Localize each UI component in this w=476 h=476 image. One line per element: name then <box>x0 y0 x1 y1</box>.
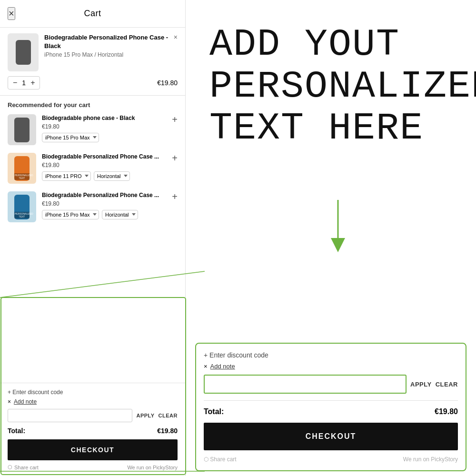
cart-item-details: Biodegradable Personalized Phone Case - … <box>44 33 178 58</box>
cart-total-value: €19.80 <box>157 427 178 435</box>
add-note-button[interactable]: Add note <box>14 398 37 405</box>
h-share-cart-label: Share cart <box>210 456 236 463</box>
quantity-value: 1 <box>22 79 26 87</box>
h-discount-clear-button[interactable]: CLEAR <box>436 381 458 388</box>
share-cart-label: Share cart <box>14 465 39 470</box>
cart-item-qty-row: − 1 + €19.80 <box>8 76 178 89</box>
cart-item-thumbnail <box>16 40 31 65</box>
quantity-control: − 1 + <box>8 76 40 89</box>
cart-item-price: €19.80 <box>157 79 178 87</box>
cart-item-name: Biodegradable Personalized Phone Case - … <box>44 33 178 50</box>
rec-item-thumbnail-3: PERSONALIZED TEXT <box>14 195 30 219</box>
cart-header: × Cart <box>0 0 185 28</box>
rec-item-image-1 <box>8 114 36 145</box>
h-discount-code-row: + Enter discount code <box>204 351 458 359</box>
rec-item-price-1: €19.80 <box>42 123 178 130</box>
recommendations-section: Recommended for your cart Biodegradable … <box>0 96 185 383</box>
cart-item-image <box>8 33 39 71</box>
rec-item-3: PERSONALIZED TEXT Biodegradable Personal… <box>8 191 178 222</box>
discount-code-input[interactable] <box>8 409 132 422</box>
rec-item-model-select-2[interactable]: iPhone 11 PRO <box>42 171 91 181</box>
rec-item-2: PERSONALIZED TEXT Biodegradable Personal… <box>8 153 178 184</box>
rec-item-thumbnail-2: PERSONALIZED TEXT <box>14 156 30 181</box>
annotation-text: ADD YOUTPERSONALIZEDTEXT HERE <box>209 24 466 149</box>
cart-total-label: Total: <box>8 427 25 435</box>
share-row: ⬡ Share cart We run on PickyStory <box>8 464 178 470</box>
personalized-label-2: PERSONALIZED TEXT <box>14 173 30 180</box>
personalized-label-3: PERSONALIZED TEXT <box>14 212 30 218</box>
h-add-note-button[interactable]: Add note <box>210 363 235 370</box>
add-note-icon: × <box>8 398 11 405</box>
discount-code-row: + Enter discount code <box>8 389 178 396</box>
cart-total-row: Total: €19.80 <box>8 427 178 435</box>
h-total-value: €19.80 <box>435 407 458 416</box>
h-divider <box>204 400 458 401</box>
powered-by-label: We run on PickyStory <box>127 465 178 470</box>
rec-item-model-select-3[interactable]: iPhone 15 Pro Max <box>42 210 99 219</box>
rec-item-add-button-2[interactable]: + <box>172 153 178 164</box>
right-panel: ADD YOUTPERSONALIZEDTEXT HERE + Enter di… <box>186 0 476 476</box>
h-discount-code-label: + Enter discount code <box>204 351 268 359</box>
recommendations-title: Recommended for your cart <box>8 101 178 109</box>
h-discount-input-row: APPLY CLEAR <box>204 375 458 394</box>
cart-title: Cart <box>84 9 101 19</box>
rec-item-orientation-select-3[interactable]: Horizontal <box>102 210 138 219</box>
discount-apply-button[interactable]: APPLY <box>136 413 154 418</box>
cart-item-remove-button[interactable]: × <box>174 33 178 41</box>
rec-item-orientation-select-2[interactable]: Horizontal <box>94 171 130 181</box>
discount-code-label: + Enter discount code <box>8 389 63 396</box>
discount-clear-button[interactable]: CLEAR <box>159 413 178 418</box>
rec-item-name-3: Biodegradable Personalized Phone Case ..… <box>42 191 178 199</box>
cart-footer: + Enter discount code × Add note APPLY C… <box>0 383 185 476</box>
cart-close-button[interactable]: × <box>8 7 15 20</box>
highlighted-checkout-section: + Enter discount code × Add note APPLY C… <box>195 343 466 471</box>
annotation-arrow <box>319 200 357 257</box>
rec-item: Biodegradable phone case - Black €19.80 … <box>8 114 178 145</box>
rec-item-thumbnail-1 <box>14 118 30 142</box>
rec-item-model-select-1[interactable]: iPhone 15 Pro Max <box>42 133 99 142</box>
cart-items-section: Biodegradable Personalized Phone Case - … <box>0 28 185 96</box>
cart-item-variant: iPhone 15 Pro Max / Horizontal <box>44 51 178 58</box>
rec-item-image-2: PERSONALIZED TEXT <box>8 153 36 184</box>
rec-item-image-3: PERSONALIZED TEXT <box>8 191 36 222</box>
h-checkout-button[interactable]: CHECKOUT <box>204 423 458 450</box>
h-total-label: Total: <box>204 407 224 416</box>
h-discount-apply-button[interactable]: APPLY <box>410 381 432 388</box>
discount-input-row: APPLY CLEAR <box>8 409 178 422</box>
cart-panel: × Cart Biodegradable Personalized Phone … <box>0 0 186 476</box>
cart-item: Biodegradable Personalized Phone Case - … <box>8 33 178 71</box>
h-powered-by-label: We run on PickyStory <box>403 456 458 463</box>
add-note-row: × Add note <box>8 398 178 405</box>
rec-item-info-3: Biodegradable Personalized Phone Case ..… <box>42 191 178 219</box>
rec-item-add-button-3[interactable]: + <box>172 191 178 202</box>
h-add-note-row: × Add note <box>204 363 458 370</box>
quantity-decrease-button[interactable]: − <box>13 79 17 87</box>
rec-item-info-1: Biodegradable phone case - Black €19.80 … <box>42 114 178 142</box>
share-cart-button[interactable]: ⬡ Share cart <box>8 464 39 470</box>
h-discount-code-input[interactable] <box>204 375 407 394</box>
rec-item-price-3: €19.80 <box>42 200 178 207</box>
h-share-row: ⬡ Share cart We run on PickyStory <box>204 456 458 463</box>
rec-item-name-2: Biodegradable Personalized Phone Case ..… <box>42 153 178 161</box>
h-note-icon: × <box>204 363 208 370</box>
rec-item-selects-2: iPhone 11 PRO Horizontal <box>42 171 178 181</box>
rec-item-name-1: Biodegradable phone case - Black <box>42 114 178 122</box>
rec-item-add-button-1[interactable]: + <box>172 114 178 125</box>
h-share-cart-button[interactable]: ⬡ Share cart <box>204 456 237 463</box>
svg-marker-1 <box>331 238 345 252</box>
share-icon: ⬡ <box>8 464 12 470</box>
rec-item-price-2: €19.80 <box>42 162 178 169</box>
rec-item-selects-3: iPhone 15 Pro Max Horizontal <box>42 210 178 219</box>
h-share-icon: ⬡ <box>204 456 210 463</box>
rec-item-selects-1: iPhone 15 Pro Max <box>42 133 178 142</box>
rec-item-info-2: Biodegradable Personalized Phone Case ..… <box>42 153 178 181</box>
h-total-row: Total: €19.80 <box>204 407 458 416</box>
checkout-button[interactable]: CHECKOUT <box>8 439 178 460</box>
quantity-increase-button[interactable]: + <box>30 79 35 87</box>
